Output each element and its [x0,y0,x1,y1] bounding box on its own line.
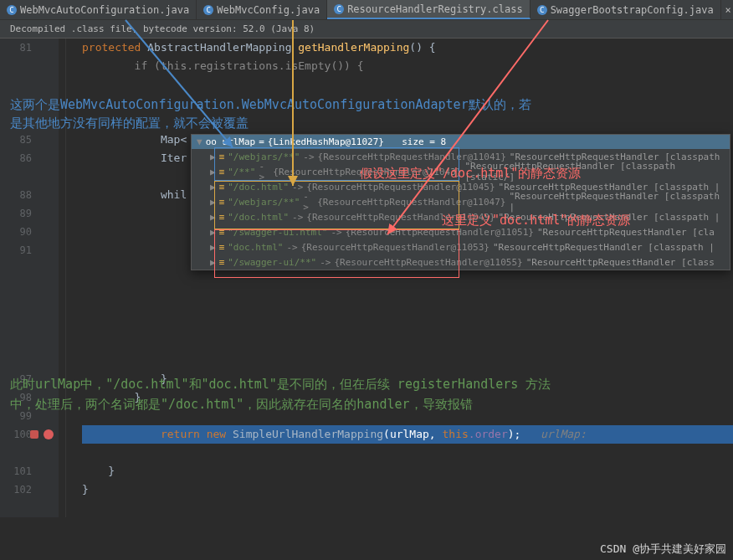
expand-icon[interactable]: ▶ [210,227,216,238]
popup-header[interactable]: ▼ oo urlMap = {LinkedHashMap@11027} size… [192,135,730,149]
tab-bar: C WebMvcAutoConfiguration.java C WebMvcC… [0,0,733,20]
map-entry-icon: ≡ [219,197,225,208]
class-icon: C [7,5,17,15]
expand-icon[interactable]: ▶ [210,167,216,177]
close-icon: × [725,4,731,16]
code-editor[interactable]: 81 85 86 88 89 90 91 97 98 99 100 101 10… [0,39,733,517]
decompiled-notice: Decompiled .class file, bytecode version… [0,20,733,39]
variable-name: oo urlMap [206,136,256,147]
tab-webmvcconfig[interactable]: C WebMvcConfig.java [197,0,327,19]
class-icon: C [537,5,547,15]
map-entry-icon: ≡ [219,167,225,177]
map-entry-icon: ≡ [219,242,225,253]
expand-icon[interactable]: ▶ [210,152,216,162]
expand-icon[interactable]: ▶ [210,212,216,223]
breakpoint-icon[interactable] [44,429,54,439]
expand-icon[interactable]: ▶ [210,197,216,208]
map-entry-icon: ≡ [219,182,225,193]
tab-label: WebMvcConfig.java [217,4,320,16]
map-entry-icon: ≡ [219,257,225,268]
tab-label: SwaggerBootstrapConfig.java [551,4,714,16]
tab-label: WebMvcAutoConfiguration.java [20,4,189,16]
checkmark-icon [30,430,38,439]
tab-swaggerbootstrap[interactable]: C SwaggerBootstrapConfig.java [531,0,721,19]
code-area[interactable]: protected AbstractHandlerMapping getHand… [82,39,733,517]
expand-icon[interactable]: ▶ [210,257,216,268]
line-gutter: 81 85 86 88 89 90 91 97 98 99 100 101 10… [0,39,42,517]
map-entry-icon: ≡ [219,227,225,238]
indent-guides [59,39,82,517]
tab-label: ResourceHandlerRegistry.class [347,3,523,15]
popup-entry[interactable]: ▶ ≡ "/**" -> {ResourceHttpRequestHandler… [192,164,730,179]
expand-icon[interactable]: ▶ [210,182,216,193]
map-entry-icon: ≡ [219,152,225,162]
popup-entry[interactable]: ▶ ≡ "/doc.html" -> {ResourceHttpRequestH… [192,209,730,224]
debugger-variable-popup[interactable]: ▼ oo urlMap = {LinkedHashMap@11027} size… [191,134,730,270]
class-icon: C [334,4,344,14]
popup-entry[interactable]: ▶ ≡ "/webjars/**" -> {ResourceHttpReques… [192,194,730,209]
expand-icon[interactable]: ▶ [210,242,216,253]
popup-entry[interactable]: ▶ ≡ "/swagger-ui.html" -> {ResourceHttpR… [192,224,730,239]
popup-entry[interactable]: ▶ ≡ "doc.html" -> {ResourceHttpRequestHa… [192,239,730,254]
map-entry-icon: ≡ [219,212,225,223]
tab-webmvcautoconfig[interactable]: C WebMvcAutoConfiguration.java [0,0,197,19]
tab-overflow[interactable]: × [721,0,733,19]
tab-resourcehandlerregistry[interactable]: C ResourceHandlerRegistry.class [327,0,531,19]
gutter-marks [42,39,59,517]
class-icon: C [203,5,213,15]
expand-icon[interactable]: ▼ [197,136,202,147]
popup-entry[interactable]: ▶ ≡ "/swagger-ui/**" -> {ResourceHttpReq… [192,254,730,270]
watermark: CSDN @协手共建美好家园 [600,542,726,557]
